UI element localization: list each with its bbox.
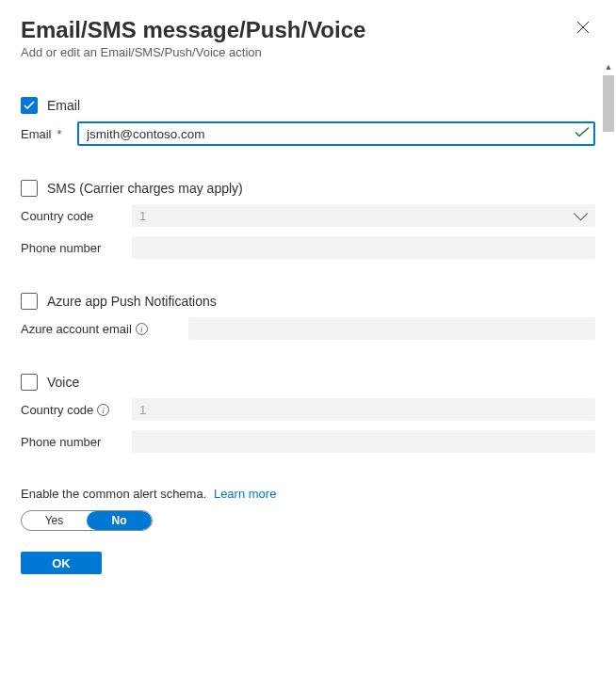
sms-section: SMS (Carrier charges may apply) Country … xyxy=(21,180,595,259)
voice-section: Voice Country code i 1 Phone number xyxy=(21,374,595,453)
push-account-input[interactable] xyxy=(188,317,595,340)
scrollbar-thumb[interactable] xyxy=(603,75,614,132)
voice-checkbox-label: Voice xyxy=(47,375,79,390)
ok-button[interactable]: OK xyxy=(21,552,102,574)
voice-country-code-input[interactable]: 1 xyxy=(132,398,595,421)
email-field-label: Email * xyxy=(21,127,77,141)
learn-more-link[interactable]: Learn more xyxy=(214,487,276,501)
voice-checkbox[interactable] xyxy=(21,374,38,391)
close-icon[interactable] xyxy=(576,21,590,37)
alert-schema-text: Enable the common alert schema. xyxy=(21,487,206,501)
push-checkbox[interactable] xyxy=(21,293,38,310)
voice-country-code-label: Country code i xyxy=(21,403,132,417)
push-account-label: Azure account email i xyxy=(21,322,188,336)
required-star: * xyxy=(57,127,62,141)
alert-schema-row: Enable the common alert schema. Learn mo… xyxy=(21,487,595,501)
voice-phone-input[interactable] xyxy=(132,430,595,453)
info-icon[interactable]: i xyxy=(136,323,148,335)
sms-country-code-label: Country code xyxy=(21,209,132,223)
sms-checkbox-label: SMS (Carrier charges may apply) xyxy=(47,181,243,196)
email-checkbox[interactable] xyxy=(21,97,38,114)
toggle-yes[interactable]: Yes xyxy=(22,511,87,530)
sms-phone-label: Phone number xyxy=(21,241,132,255)
email-checkbox-label: Email xyxy=(47,98,80,113)
alert-schema-toggle[interactable]: Yes No xyxy=(21,510,153,531)
email-input[interactable] xyxy=(77,121,595,146)
push-checkbox-label: Azure app Push Notifications xyxy=(47,294,217,309)
sms-checkbox[interactable] xyxy=(21,180,38,197)
toggle-no[interactable]: No xyxy=(87,511,152,530)
email-section: Email Email * xyxy=(21,97,595,146)
page-title: Email/SMS message/Push/Voice xyxy=(21,17,595,43)
checkmark-icon xyxy=(575,127,590,141)
page-subtitle: Add or edit an Email/SMS/Push/Voice acti… xyxy=(21,45,595,59)
sms-phone-input[interactable] xyxy=(132,236,595,259)
voice-phone-label: Phone number xyxy=(21,435,132,449)
info-icon[interactable]: i xyxy=(97,404,109,416)
push-section: Azure app Push Notifications Azure accou… xyxy=(21,293,595,340)
scroll-up-icon[interactable]: ▲ xyxy=(601,62,616,72)
scrollbar[interactable]: ▲ xyxy=(601,75,616,674)
sms-country-code-select[interactable]: 1 xyxy=(132,204,595,227)
